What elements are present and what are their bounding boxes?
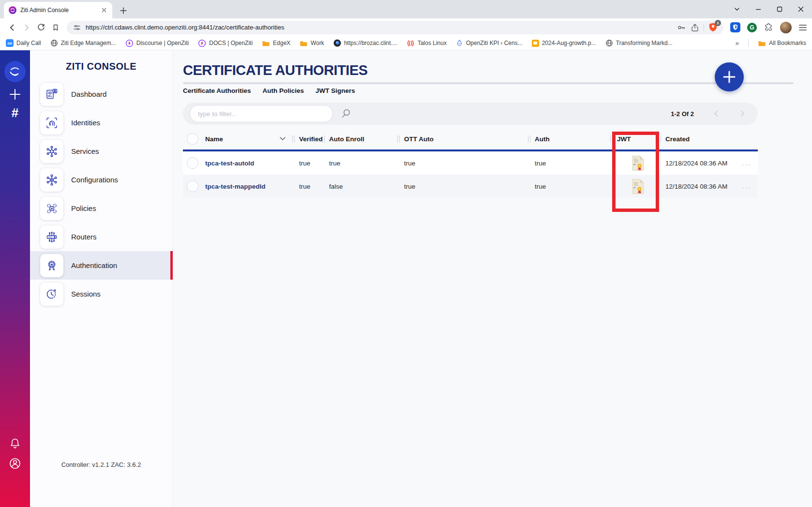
url-text[interactable]: https://ctrl.cdaws.clint.demo.openziti.o… bbox=[86, 24, 673, 31]
profile-avatar[interactable] bbox=[780, 22, 792, 33]
sidebar-item-dashboard[interactable]: Dashboard bbox=[30, 80, 172, 108]
url-bar[interactable]: https://ctrl.cdaws.clint.demo.openziti.o… bbox=[67, 21, 723, 34]
column-header-auth[interactable]: Auth bbox=[528, 135, 610, 143]
table-row[interactable]: tpca-test-autoId true true true true 12/… bbox=[183, 151, 758, 175]
user-account-icon[interactable] bbox=[8, 457, 22, 470]
page-count: 1-2 Of 2 bbox=[671, 110, 694, 118]
slides-icon bbox=[532, 40, 539, 47]
browser-tab[interactable]: Ziti Admin Console bbox=[4, 2, 112, 18]
rail-add-icon[interactable] bbox=[9, 88, 21, 101]
next-page-chevron-icon[interactable] bbox=[738, 110, 746, 118]
minimize-button[interactable] bbox=[755, 6, 762, 13]
notifications-bell-icon[interactable] bbox=[9, 437, 21, 450]
openziti-logo-icon[interactable] bbox=[4, 61, 26, 82]
bookmark-talos-linux[interactable]: Talos Linux bbox=[406, 39, 447, 47]
bookmarks-overflow-chevrons[interactable]: » bbox=[736, 39, 739, 47]
ca-name[interactable]: tpca-test-autoId bbox=[205, 160, 292, 167]
sidebar-item-routers[interactable]: Routers bbox=[30, 223, 172, 251]
previous-page-chevron-icon[interactable] bbox=[712, 110, 720, 118]
row-actions-menu[interactable]: ... bbox=[735, 158, 758, 168]
sidebar-item-label: Authentication bbox=[71, 261, 117, 269]
filter-bar: 1-2 Of 2 bbox=[183, 103, 758, 125]
extensions-puzzle-icon[interactable] bbox=[764, 23, 773, 32]
bookmark-transforming-markdown[interactable]: Transforming Markd... bbox=[605, 39, 673, 47]
ca-name[interactable]: tpca-test-mappedId bbox=[205, 183, 292, 190]
column-header-name[interactable]: Name bbox=[205, 135, 292, 143]
bookmark-ziti-edge[interactable]: Ziti Edge Managem... bbox=[50, 39, 116, 47]
bookmarks-divider bbox=[748, 39, 749, 47]
tab-jwt-signers[interactable]: JWT Signers bbox=[316, 87, 355, 94]
bookmark-growth-deck[interactable]: 2024-Aug-growth.p... bbox=[532, 40, 596, 47]
row-checkbox[interactable] bbox=[187, 180, 198, 192]
reload-button[interactable] bbox=[34, 20, 48, 35]
share-icon[interactable] bbox=[691, 23, 699, 32]
forward-button[interactable] bbox=[19, 20, 34, 35]
bookmark-openziti-kpi[interactable]: OpenZiti KPI › Cens... bbox=[456, 39, 523, 47]
title-divider bbox=[183, 82, 794, 84]
tab-title: Ziti Admin Console bbox=[20, 7, 97, 14]
sidebar-item-services[interactable]: Services bbox=[30, 137, 172, 165]
bookmark-docs-openziti[interactable]: DOCS | OpenZiti bbox=[198, 39, 253, 47]
extensions-row: G bbox=[730, 22, 807, 33]
sidebar-item-sessions[interactable]: Sessions bbox=[30, 280, 172, 308]
brave-shield-icon[interactable]: 1 bbox=[708, 22, 718, 32]
pagination: 1-2 Of 2 bbox=[671, 110, 751, 118]
table-row[interactable]: tpca-test-mappedId true false true true … bbox=[183, 175, 758, 198]
ziti-console-app: # ZITI CONSOLE Dashboard bbox=[0, 50, 812, 507]
site-settings-tune-icon[interactable] bbox=[73, 23, 81, 32]
tab-search-chevron-icon[interactable] bbox=[734, 6, 740, 13]
sidebar-item-label: Configurations bbox=[71, 176, 118, 184]
bookmark-flag-icon[interactable] bbox=[48, 20, 63, 35]
sidebar-item-policies[interactable]: Policies bbox=[30, 194, 172, 223]
sidebar: ZITI CONSOLE Dashboard Identities bbox=[30, 50, 173, 507]
tab-strip: Ziti Admin Console bbox=[0, 0, 812, 18]
jwt-certificate-icon[interactable] bbox=[610, 155, 659, 171]
globe-icon bbox=[605, 39, 613, 47]
sidebar-item-authentication[interactable]: Authentication bbox=[30, 251, 172, 280]
close-window-button[interactable] bbox=[797, 6, 804, 13]
column-header-jwt[interactable]: JWT bbox=[610, 135, 659, 143]
tab-certificate-authorities[interactable]: Certificate Authorities bbox=[183, 87, 251, 94]
sidebar-item-label: Identities bbox=[71, 119, 100, 127]
column-header-ott-auto[interactable]: OTT Auto bbox=[397, 135, 528, 143]
column-header-created[interactable]: Created bbox=[659, 135, 735, 143]
folder-icon bbox=[758, 40, 766, 47]
bookmark-daily-call[interactable]: zmDaily Call bbox=[6, 39, 41, 47]
bookmark-discourse-openziti[interactable]: Discourse | OpenZiti bbox=[125, 39, 189, 47]
bookmark-folder-work[interactable]: Work bbox=[300, 40, 324, 47]
tab-close-icon[interactable] bbox=[101, 7, 107, 14]
sidebar-item-identities[interactable]: Identities bbox=[30, 108, 172, 137]
console-title: ZITI CONSOLE bbox=[30, 61, 172, 72]
sidebar-item-label: Sessions bbox=[71, 290, 101, 298]
select-all-checkbox[interactable] bbox=[187, 133, 198, 145]
all-bookmarks-button[interactable]: All Bookmarks bbox=[758, 40, 806, 47]
new-tab-button[interactable] bbox=[119, 6, 128, 15]
jwt-certificate-icon[interactable] bbox=[610, 179, 659, 194]
bookmark-brozac[interactable]: https://brozac.clint.... bbox=[333, 39, 397, 47]
sessions-clock-icon bbox=[40, 283, 63, 306]
sidebar-item-configurations[interactable]: Configurations bbox=[30, 165, 172, 194]
add-certificate-authority-button[interactable] bbox=[715, 62, 744, 91]
maximize-button[interactable] bbox=[776, 6, 783, 13]
browser-toolbar: https://ctrl.cdaws.clint.demo.openziti.o… bbox=[0, 18, 812, 36]
grammarly-extension-icon[interactable]: G bbox=[747, 23, 757, 32]
row-actions-menu[interactable]: ... bbox=[735, 181, 758, 191]
sidebar-item-label: Services bbox=[71, 147, 99, 155]
filter-input[interactable] bbox=[190, 105, 333, 122]
sidebar-item-label: Dashboard bbox=[71, 90, 106, 98]
tab-auth-policies[interactable]: Auth Policies bbox=[263, 87, 304, 94]
bookmark-folder-edgex[interactable]: EdgeX bbox=[262, 40, 290, 47]
bitwarden-extension-icon[interactable] bbox=[730, 22, 740, 32]
left-rail: # bbox=[0, 50, 30, 507]
search-icon[interactable] bbox=[341, 108, 351, 119]
back-button[interactable] bbox=[5, 20, 19, 35]
column-header-verified[interactable]: Verified bbox=[292, 135, 322, 143]
sidebar-item-label: Policies bbox=[71, 204, 96, 212]
window-controls bbox=[734, 0, 804, 18]
column-header-auto-enroll[interactable]: Auto Enroll bbox=[322, 135, 397, 143]
sort-chevron-icon[interactable] bbox=[280, 137, 286, 141]
row-checkbox[interactable] bbox=[187, 157, 198, 169]
browser-menu-icon[interactable] bbox=[798, 24, 807, 31]
rail-hash-icon[interactable]: # bbox=[12, 105, 18, 120]
password-key-icon[interactable] bbox=[677, 23, 686, 32]
